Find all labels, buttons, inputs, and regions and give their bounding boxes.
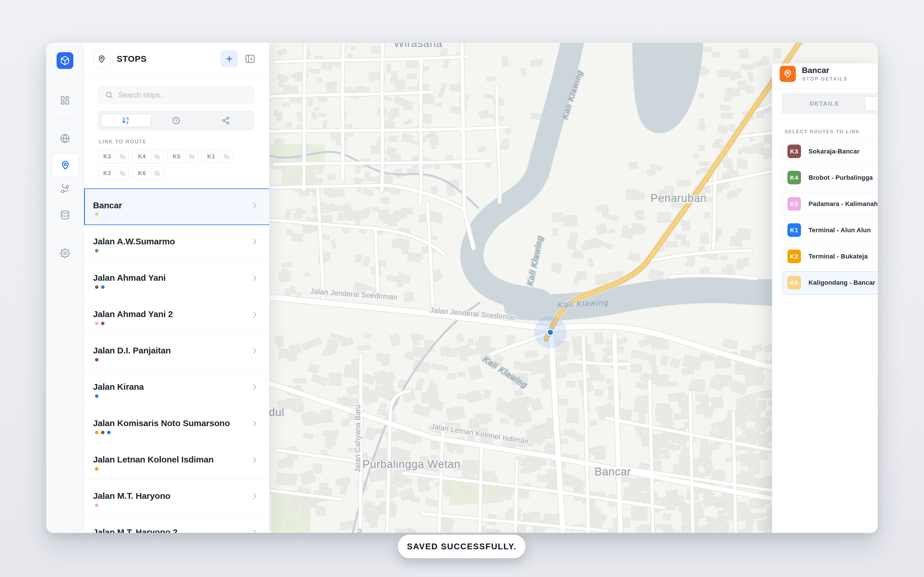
stop-route-dots: [95, 358, 99, 361]
stop-title: Bancar: [802, 66, 829, 75]
stop-list-item[interactable]: Jalan Kirana: [84, 371, 269, 407]
route-chip-k1[interactable]: K1: [202, 150, 233, 163]
database-icon[interactable]: [46, 210, 84, 220]
route-badge: K6: [787, 276, 801, 289]
route-name: Terminal - Bukateja: [809, 245, 868, 268]
stop-list-item[interactable]: Jalan A.W.Sumarmo: [84, 225, 269, 261]
svg-text:Purbalingga Wetan: Purbalingga Wetan: [362, 458, 460, 470]
tab-routes[interactable]: [865, 97, 878, 111]
page-title: STOPS: [117, 43, 147, 75]
stop-list-item[interactable]: Bancar: [84, 189, 269, 225]
sort-time-segment[interactable]: [151, 114, 201, 127]
stop-name: Jalan Letnan Kolonel Isdiman: [93, 455, 214, 464]
chip-code: K4: [133, 153, 151, 160]
stop-subtitle: STOP DETAILS: [802, 76, 848, 82]
stop-name: Jalan Ahmad Yani: [93, 273, 166, 283]
eye-off-icon[interactable]: [151, 154, 163, 159]
search-input[interactable]: [118, 90, 229, 100]
stop-route-dots: [95, 212, 99, 216]
route-badge: K1: [787, 223, 801, 237]
eye-off-icon[interactable]: [151, 171, 163, 176]
stops-list: BancarJalan A.W.SumarmoJalan Ahmad YaniJ…: [84, 189, 269, 533]
svg-text:Penaruban: Penaruban: [651, 192, 707, 204]
gear-icon[interactable]: [46, 248, 84, 258]
stop-list-item[interactable]: Jalan D.I. Panjaitan: [84, 334, 269, 371]
chevron-right-icon: [250, 419, 259, 427]
route-chip-k3[interactable]: K3: [98, 150, 129, 163]
stop-route-dots: [95, 394, 99, 398]
stop-details-header: Bancar STOP DETAILS: [772, 63, 878, 89]
link-to-route-label: LINK TO ROUTE: [99, 139, 147, 145]
route-name: Sokaraja-Bancar: [809, 140, 859, 163]
route-badge: K5: [787, 197, 801, 211]
stop-list-item[interactable]: Jalan M.T. Haryono 2: [84, 516, 269, 533]
stop-route-dots: [95, 249, 99, 253]
nav-rail: [46, 43, 84, 533]
route-name: Terminal - Alun Alun: [809, 219, 871, 242]
stop-marker[interactable]: [534, 316, 567, 348]
eye-off-icon[interactable]: [117, 171, 128, 176]
route-chip-k5[interactable]: K5: [167, 150, 198, 163]
stop-route-dots: [95, 285, 105, 289]
sidebar-item-stops[interactable]: [52, 153, 79, 177]
route-link-item-k1[interactable]: K1Terminal - Alun Alun: [782, 219, 878, 242]
details-tabbar: DETAILS: [782, 93, 878, 114]
svg-text:Bancar: Bancar: [594, 466, 631, 478]
route-chip-k6[interactable]: K6: [132, 166, 163, 180]
globe-icon[interactable]: [46, 134, 84, 143]
stop-list-item[interactable]: Jalan Ahmad Yani: [84, 261, 269, 298]
svg-text:Z: Z: [126, 121, 129, 125]
chevron-right-icon: [250, 274, 259, 282]
route-name: Padamara - Kalimanah: [809, 193, 878, 215]
stop-name: Jalan A.W.Sumarmo: [93, 237, 175, 247]
route-link-item-k5[interactable]: K5Padamara - Kalimanah: [782, 192, 878, 216]
chevron-right-icon: [250, 383, 259, 391]
stop-name: Jalan M.T. Haryono 2: [93, 527, 178, 533]
route-link-item-k4[interactable]: K4Brobot - Purbalingga: [782, 166, 878, 190]
dashboard-icon[interactable]: [46, 95, 84, 105]
svg-text:Jalan Cahyana Baru: Jalan Cahyana Baru: [355, 529, 363, 533]
chevron-right-icon: [250, 310, 259, 319]
stop-list-item[interactable]: Jalan Ahmad Yani 2: [84, 298, 269, 334]
routes-icon[interactable]: [46, 184, 84, 194]
sort-filter-segmented-control: AZ: [98, 111, 254, 130]
search-field[interactable]: [98, 87, 254, 103]
collapse-panel-button[interactable]: [243, 52, 257, 66]
route-link-item-k3[interactable]: K3Sokaraja-Bancar: [782, 140, 878, 163]
route-link-item-k6[interactable]: K6Kaligondang - Bancar: [782, 271, 878, 295]
route-chips: K3K4K5K1K2K6: [98, 150, 260, 180]
add-stop-button[interactable]: [221, 50, 238, 68]
route-badge: K4: [787, 171, 801, 184]
stops-header: STOPS: [84, 43, 269, 75]
chevron-right-icon: [250, 347, 259, 355]
divider: [52, 119, 79, 119]
share-segment[interactable]: [201, 114, 250, 127]
route-chip-k4[interactable]: K4: [132, 150, 163, 163]
chip-code: K6: [133, 170, 151, 177]
chip-code: K5: [168, 153, 186, 160]
route-name: Brobot - Purbalingga: [809, 166, 873, 189]
stop-list-item[interactable]: Jalan Komisaris Noto Sumarsono: [84, 407, 269, 443]
stop-list-item[interactable]: Jalan M.T. Haryono: [84, 479, 269, 516]
eye-off-icon[interactable]: [186, 154, 197, 159]
chevron-right-icon: [250, 238, 259, 246]
eye-off-icon[interactable]: [117, 154, 128, 159]
stop-name: Bancar: [93, 200, 122, 210]
app-logo-icon[interactable]: [57, 52, 73, 69]
route-link-item-k2[interactable]: K2Terminal - Bukateja: [782, 245, 878, 268]
route-badge: K3: [787, 145, 801, 158]
tab-details[interactable]: DETAILS: [782, 93, 866, 114]
chip-code: K2: [98, 170, 116, 177]
route-chip-k2[interactable]: K2: [98, 166, 129, 180]
stop-details-panel: Bancar STOP DETAILS DETAILS SELECT ROUTE…: [772, 63, 878, 533]
route-name: Kaligondang - Bancar: [809, 271, 875, 294]
svg-text:Kali Klawing: Kali Klawing: [525, 235, 544, 286]
sort-alpha-segment[interactable]: AZ: [101, 114, 151, 127]
select-routes-label: SELECT ROUTES TO LINK: [785, 129, 860, 135]
page: WirasanaPenarubanPurbalingga WetanBancar…: [0, 0, 924, 577]
eye-off-icon[interactable]: [221, 154, 232, 159]
stop-name: Jalan Komisaris Noto Sumarsono: [93, 418, 230, 428]
divider: [772, 119, 878, 119]
stop-list-item[interactable]: Jalan Letnan Kolonel Isdiman: [84, 443, 269, 479]
chip-code: K1: [202, 153, 220, 160]
